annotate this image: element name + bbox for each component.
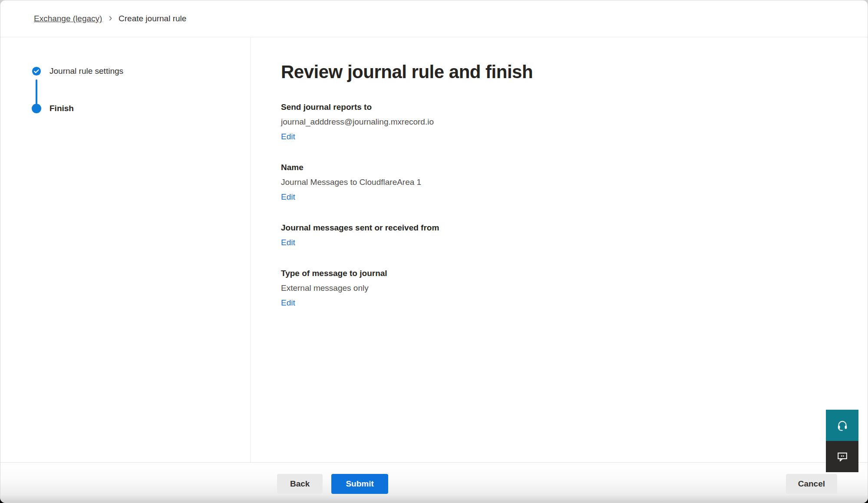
step-connector-line [36, 79, 37, 104]
section-label: Journal messages sent or received from [281, 220, 828, 235]
wizard-step-finish[interactable]: Finish [32, 104, 74, 113]
feedback-icon [836, 450, 848, 463]
main-layout: Journal rule settings Finish Review jour… [0, 38, 868, 462]
step-completed-check-icon [32, 66, 41, 76]
edit-link-name[interactable]: Edit [281, 190, 295, 204]
section-value: Journal Messages to CloudflareArea 1 [281, 175, 828, 190]
chevron-right-icon: › [109, 13, 112, 23]
wizard-step-journal-rule-settings[interactable]: Journal rule settings [32, 66, 123, 76]
edit-link-journal-messages-sent-or-received-from[interactable]: Edit [281, 235, 295, 250]
floating-side-buttons [826, 410, 858, 472]
breadcrumb: Exchange (legacy) › Create journal rule [34, 14, 186, 24]
breadcrumb-link-exchange-legacy[interactable]: Exchange (legacy) [34, 14, 102, 23]
section-value: journal_adddress@journaling.mxrecord.io [281, 115, 828, 129]
edit-link-type-of-message-to-journal[interactable]: Edit [281, 296, 295, 310]
review-section-journal-messages-sent-or-received-from: Journal messages sent or received from E… [281, 220, 828, 250]
section-label: Send journal reports to [281, 100, 828, 115]
section-label: Name [281, 160, 828, 175]
help-button[interactable] [826, 410, 858, 441]
app-window: Exchange (legacy) › Create journal rule … [0, 0, 868, 503]
headset-icon [836, 419, 848, 431]
review-content: Review journal rule and finish Send jour… [281, 38, 828, 462]
wizard-steps-panel: Journal rule settings Finish [0, 38, 251, 462]
footer-left-buttons: Back Submit [277, 474, 388, 494]
cancel-button[interactable]: Cancel [786, 474, 837, 494]
step-current-dot-icon [32, 104, 41, 113]
back-button[interactable]: Back [277, 474, 323, 494]
feedback-button[interactable] [826, 441, 858, 472]
breadcrumb-current-page: Create journal rule [119, 14, 186, 23]
wizard-step-label: Journal rule settings [50, 66, 123, 76]
review-section-send-journal-reports-to: Send journal reports to journal_adddress… [281, 100, 828, 144]
section-label: Type of message to journal [281, 266, 828, 281]
page-title: Review journal rule and finish [281, 62, 828, 82]
section-value: External messages only [281, 281, 828, 296]
edit-link-send-journal-reports-to[interactable]: Edit [281, 129, 295, 144]
review-section-name: Name Journal Messages to CloudflareArea … [281, 160, 828, 204]
review-section-type-of-message-to-journal: Type of message to journal External mess… [281, 266, 828, 310]
wizard-step-label: Finish [50, 104, 74, 113]
top-bar: Exchange (legacy) › Create journal rule [0, 0, 868, 37]
footer-action-bar: Back Submit Cancel [0, 462, 868, 503]
submit-button[interactable]: Submit [331, 474, 388, 494]
